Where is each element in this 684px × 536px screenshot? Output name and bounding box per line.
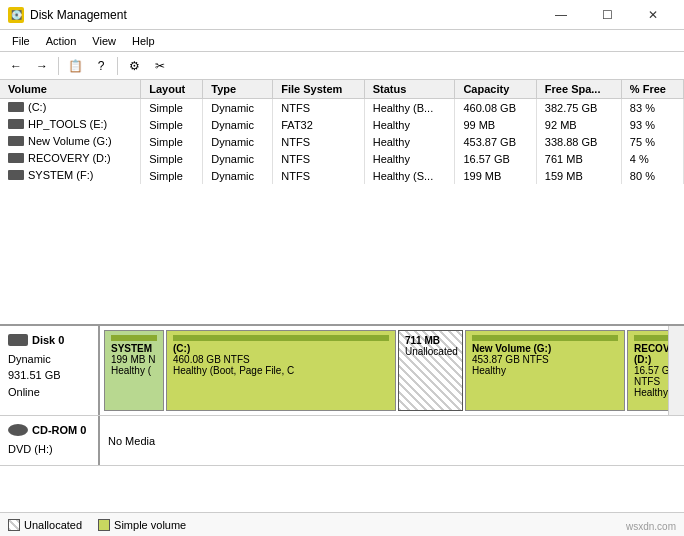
- cdrom-status: No Media: [108, 435, 155, 447]
- menu-view[interactable]: View: [84, 33, 124, 49]
- cell-capacity: 453.87 GB: [455, 133, 536, 150]
- col-layout: Layout: [141, 80, 203, 99]
- table-body: (C:) Simple Dynamic NTFS Healthy (B... 4…: [0, 99, 684, 185]
- cell-layout: Simple: [141, 150, 203, 167]
- partition-g-size: 453.87 GB NTFS: [472, 354, 618, 365]
- main-panel: Volume Layout Type File System Status Ca…: [0, 80, 684, 536]
- disk0-status: Online: [8, 384, 90, 401]
- cell-pct: 83 %: [621, 99, 683, 117]
- partition-c[interactable]: (C:) 460.08 GB NTFS Healthy (Boot, Page …: [166, 330, 396, 411]
- cell-layout: Simple: [141, 116, 203, 133]
- partition-g-status: Healthy: [472, 365, 618, 376]
- partition-bar-system: [111, 335, 157, 341]
- disk0-size: 931.51 GB: [8, 367, 90, 384]
- cell-type: Dynamic: [203, 99, 273, 117]
- cell-capacity: 16.57 GB: [455, 150, 536, 167]
- partition-system-size: 199 MB N: [111, 354, 157, 365]
- menu-bar: File Action View Help: [0, 30, 684, 52]
- disk0-section: Disk 0 Dynamic 931.51 GB Online SYSTEM 1…: [0, 326, 684, 416]
- legend-simple-label: Simple volume: [114, 519, 186, 531]
- disk-icon: [8, 102, 24, 112]
- disk-icon: [8, 136, 24, 146]
- cdrom-content: No Media: [100, 416, 684, 465]
- cell-pct: 4 %: [621, 150, 683, 167]
- table-row[interactable]: SYSTEM (F:) Simple Dynamic NTFS Healthy …: [0, 167, 684, 184]
- col-status: Status: [364, 80, 455, 99]
- legend-unallocated: Unallocated: [8, 519, 82, 531]
- partition-bar-g: [472, 335, 618, 341]
- legend-bar: Unallocated Simple volume: [0, 512, 684, 536]
- cell-capacity: 99 MB: [455, 116, 536, 133]
- disk0-label: Disk 0 Dynamic 931.51 GB Online: [0, 326, 100, 415]
- title-bar-left: 💽 Disk Management: [8, 7, 127, 23]
- disk0-scrollbar[interactable]: [668, 326, 684, 415]
- cell-pct: 80 %: [621, 167, 683, 184]
- cell-type: Dynamic: [203, 133, 273, 150]
- cell-layout: Simple: [141, 167, 203, 184]
- cell-free: 382.75 GB: [536, 99, 621, 117]
- cell-capacity: 460.08 GB: [455, 99, 536, 117]
- cell-layout: Simple: [141, 133, 203, 150]
- partition-c-size: 460.08 GB NTFS: [173, 354, 389, 365]
- disk0-type: Dynamic: [8, 351, 90, 368]
- cell-free: 761 MB: [536, 150, 621, 167]
- cell-volume: (C:): [0, 99, 141, 117]
- partition-unalloc-size: 711 MB: [405, 335, 456, 346]
- cell-free: 159 MB: [536, 167, 621, 184]
- partition-c-name: (C:): [173, 343, 389, 354]
- cell-status: Healthy: [364, 116, 455, 133]
- cell-status: Healthy: [364, 133, 455, 150]
- settings-button[interactable]: ⚙: [122, 55, 146, 77]
- cdrom-label: CD-ROM 0 DVD (H:): [0, 416, 100, 465]
- legend-unalloc-label: Unallocated: [24, 519, 82, 531]
- col-pctfree: % Free: [621, 80, 683, 99]
- col-freespace: Free Spa...: [536, 80, 621, 99]
- cell-free: 92 MB: [536, 116, 621, 133]
- cell-volume: SYSTEM (F:): [0, 167, 141, 184]
- cell-volume: RECOVERY (D:): [0, 150, 141, 167]
- cell-fs: NTFS: [273, 99, 364, 117]
- cell-layout: Simple: [141, 99, 203, 117]
- menu-help[interactable]: Help: [124, 33, 163, 49]
- menu-file[interactable]: File: [4, 33, 38, 49]
- partition-system-name: SYSTEM: [111, 343, 157, 354]
- forward-button[interactable]: →: [30, 55, 54, 77]
- disk-graphic-panel: Disk 0 Dynamic 931.51 GB Online SYSTEM 1…: [0, 326, 684, 536]
- minimize-button[interactable]: —: [538, 5, 584, 25]
- cdrom-section: CD-ROM 0 DVD (H:) No Media: [0, 416, 684, 466]
- disk-icon: [8, 119, 24, 129]
- cell-status: Healthy (B...: [364, 99, 455, 117]
- cell-capacity: 199 MB: [455, 167, 536, 184]
- table-row[interactable]: New Volume (G:) Simple Dynamic NTFS Heal…: [0, 133, 684, 150]
- disk-icon: [8, 153, 24, 163]
- table-row[interactable]: RECOVERY (D:) Simple Dynamic NTFS Health…: [0, 150, 684, 167]
- partition-system[interactable]: SYSTEM 199 MB N Healthy (: [104, 330, 164, 411]
- partition-g[interactable]: New Volume (G:) 453.87 GB NTFS Healthy: [465, 330, 625, 411]
- close-button[interactable]: ✕: [630, 5, 676, 25]
- maximize-button[interactable]: ☐: [584, 5, 630, 25]
- disk0-title: Disk 0: [32, 332, 64, 349]
- cell-volume: HP_TOOLS (E:): [0, 116, 141, 133]
- back-button[interactable]: ←: [4, 55, 28, 77]
- cell-fs: NTFS: [273, 167, 364, 184]
- cdrom-title: CD-ROM 0: [32, 422, 86, 439]
- table-row[interactable]: HP_TOOLS (E:) Simple Dynamic FAT32 Healt…: [0, 116, 684, 133]
- help-button[interactable]: ?: [89, 55, 113, 77]
- cell-fs: FAT32: [273, 116, 364, 133]
- cell-type: Dynamic: [203, 167, 273, 184]
- window-title: Disk Management: [30, 8, 127, 22]
- partition-g-name: New Volume (G:): [472, 343, 618, 354]
- legend-simple-box: [98, 519, 110, 531]
- table-row[interactable]: (C:) Simple Dynamic NTFS Healthy (B... 4…: [0, 99, 684, 117]
- cell-fs: NTFS: [273, 133, 364, 150]
- cell-fs: NTFS: [273, 150, 364, 167]
- volume-table: Volume Layout Type File System Status Ca…: [0, 80, 684, 184]
- cut-button[interactable]: ✂: [148, 55, 172, 77]
- partition-c-status: Healthy (Boot, Page File, C: [173, 365, 389, 376]
- properties-button[interactable]: 📋: [63, 55, 87, 77]
- menu-action[interactable]: Action: [38, 33, 85, 49]
- toolbar: ← → 📋 ? ⚙ ✂: [0, 52, 684, 80]
- partition-unallocated[interactable]: 711 MB Unallocated: [398, 330, 463, 411]
- app-icon: 💽: [8, 7, 24, 23]
- cdrom-type: DVD (H:): [8, 441, 90, 458]
